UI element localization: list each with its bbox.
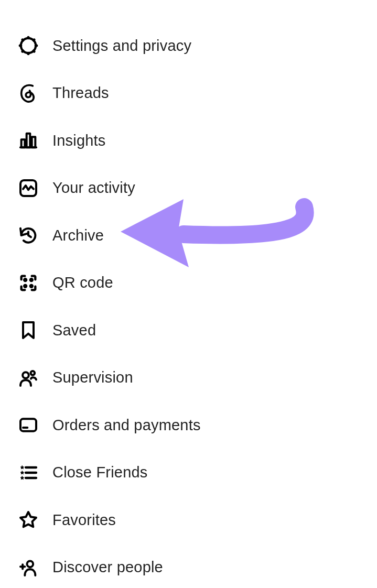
menu-item-label: QR code [52,274,113,291]
menu-item-discover-people[interactable]: Discover people [17,544,377,589]
svg-point-6 [30,279,33,281]
bar-chart-icon [17,129,40,152]
menu-item-label: Insights [52,132,106,149]
menu-item-close-friends[interactable]: Close Friends [17,449,377,497]
activity-icon [17,177,40,200]
credit-card-icon [17,413,40,437]
archive-history-icon [17,224,40,247]
menu-item-label: Discover people [52,559,163,576]
menu-item-label: Saved [52,322,96,339]
menu-item-settings-privacy[interactable]: Settings and privacy [17,22,377,70]
qr-code-icon [17,271,40,295]
threads-icon [17,82,40,105]
menu-item-label: Close Friends [52,464,148,481]
bookmark-icon [17,319,40,342]
menu-item-label: Orders and payments [52,417,201,434]
profile-menu-list: Settings and privacy Threads Insights [0,0,377,588]
supervision-people-icon [17,366,40,389]
menu-item-archive[interactable]: Archive [17,212,377,259]
menu-item-your-activity[interactable]: Your activity [17,165,377,212]
star-list-icon [17,461,40,484]
menu-item-saved[interactable]: Saved [17,307,377,354]
svg-rect-1 [21,140,25,148]
svg-rect-2 [27,134,30,148]
add-person-icon [17,556,40,579]
svg-point-8 [30,285,33,287]
svg-point-5 [24,279,26,281]
gear-icon [17,34,40,57]
menu-item-label: Supervision [52,369,133,386]
menu-item-supervision[interactable]: Supervision [17,354,377,402]
menu-item-label: Your activity [52,179,135,197]
star-icon [17,508,40,531]
menu-item-threads[interactable]: Threads [17,70,377,117]
svg-rect-11 [20,419,36,431]
menu-item-qr-code[interactable]: QR code [17,259,377,307]
svg-rect-3 [32,137,36,148]
menu-item-label: Archive [52,227,104,244]
svg-point-12 [27,561,34,567]
menu-item-label: Threads [52,84,109,102]
svg-point-9 [23,372,29,378]
svg-point-10 [31,371,35,375]
menu-item-label: Favorites [52,511,116,529]
menu-item-insights[interactable]: Insights [17,117,377,165]
menu-item-favorites[interactable]: Favorites [17,496,377,544]
menu-item-label: Settings and privacy [52,37,191,55]
menu-item-orders-payments[interactable]: Orders and payments [17,401,377,449]
svg-point-7 [24,285,26,287]
